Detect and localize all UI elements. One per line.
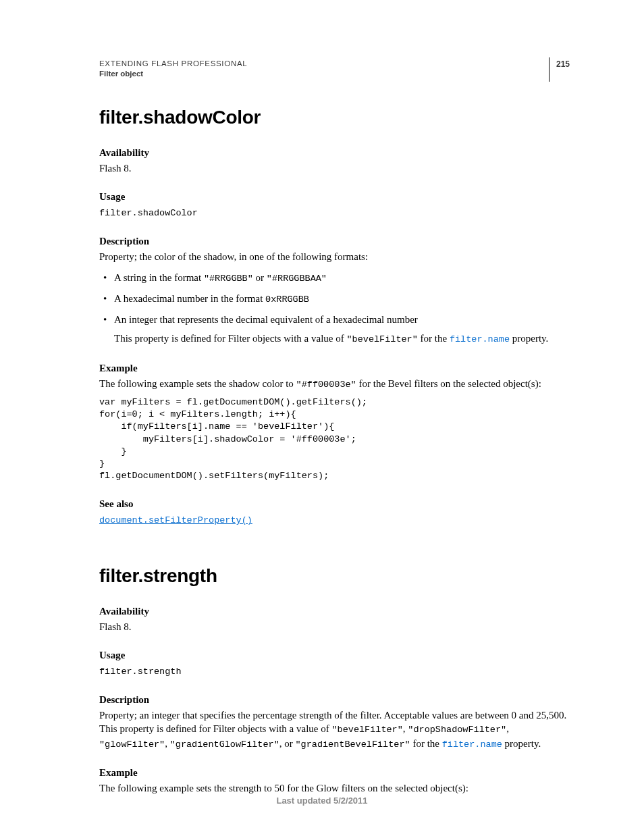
desc-text: property. [502, 738, 541, 749]
label-description: Description [99, 236, 570, 247]
heading-filter-strength: filter.strength [99, 565, 570, 587]
bullet-text: or [253, 272, 267, 283]
label-usage: Usage [99, 650, 570, 661]
description-text: Property; an integer that specifies the … [99, 708, 570, 751]
inline-code: "dropShadowFilter" [408, 725, 506, 735]
section-filter-strength: filter.strength Availability Flash 8. Us… [99, 565, 570, 795]
description-text: Property; the color of the shadow, in on… [99, 250, 570, 263]
bullet-text: A hexadecimal number in the format [114, 293, 265, 304]
label-seealso: See also [99, 498, 570, 510]
link-filter-name[interactable]: filter.name [450, 334, 510, 344]
inline-code: "#RRGGBB" [204, 273, 253, 284]
bullet-text: property. [510, 333, 548, 344]
availability-text: Flash 8. [99, 620, 570, 633]
inline-code: "gradientBevelFilter" [296, 739, 410, 750]
heading-filter-shadowcolor: filter.shadowColor [99, 107, 570, 128]
desc-text: for the [410, 738, 442, 749]
usage-code: filter.shadowColor [99, 208, 198, 218]
inline-code: "bevelFilter" [347, 334, 418, 344]
bullet-item: An integer that represents the decimal e… [114, 313, 570, 346]
inline-code: "gradientGlowFilter" [170, 739, 279, 750]
bullet-text: for the [418, 333, 450, 344]
bullet-text: This property is defined for Filter obje… [114, 333, 347, 344]
bullet-subtext: This property is defined for Filter obje… [114, 332, 570, 346]
page-number: 215 [556, 59, 570, 69]
label-availability: Availability [99, 606, 570, 617]
usage-code: filter.strength [99, 667, 182, 677]
desc-text: , [506, 723, 509, 734]
label-example: Example [99, 767, 570, 779]
bullet-item: A hexadecimal number in the format 0xRRG… [114, 292, 570, 306]
inline-code: "#RRGGBBAA" [267, 273, 327, 284]
inline-code: 0xRRGGBB [265, 294, 309, 305]
header-divider [549, 57, 549, 82]
bullet-text: A string in the format [114, 272, 204, 283]
inline-code: "glowFilter" [99, 739, 165, 750]
page: EXTENDING FLASH PROFESSIONAL Filter obje… [0, 0, 644, 834]
running-head: EXTENDING FLASH PROFESSIONAL Filter obje… [99, 59, 570, 78]
bullet-list: A string in the format "#RRGGBB" or "#RR… [99, 271, 570, 346]
bullet-text: An integer that represents the decimal e… [114, 314, 418, 325]
running-head-left: EXTENDING FLASH PROFESSIONAL Filter obje… [99, 59, 570, 78]
example-intro-text: The following example sets the shadow co… [99, 378, 296, 389]
code-block: var myFilters = fl.getDocumentDOM().getF… [99, 396, 570, 483]
example-intro: The following example sets the shadow co… [99, 377, 570, 391]
availability-text: Flash 8. [99, 161, 570, 175]
section-name: Filter object [99, 70, 570, 78]
example-intro: The following example sets the strength … [99, 781, 570, 795]
inline-code: "#ff00003e" [296, 380, 356, 390]
example-intro-text: for the Bevel filters on the selected ob… [356, 378, 541, 389]
label-usage: Usage [99, 191, 570, 203]
footer-last-updated: Last updated 5/2/2011 [0, 796, 644, 806]
link-filter-name[interactable]: filter.name [442, 739, 502, 750]
label-availability: Availability [99, 147, 570, 159]
desc-text: , [165, 738, 170, 749]
link-setfilterproperty[interactable]: document.setFilterProperty() [99, 515, 252, 525]
label-description: Description [99, 694, 570, 706]
content: filter.shadowColor Availability Flash 8.… [99, 59, 570, 795]
inline-code: "bevelFilter" [332, 725, 403, 735]
desc-text: , or [279, 738, 296, 749]
label-example: Example [99, 363, 570, 374]
doc-title: EXTENDING FLASH PROFESSIONAL [99, 59, 570, 68]
bullet-item: A string in the format "#RRGGBB" or "#RR… [114, 271, 570, 285]
